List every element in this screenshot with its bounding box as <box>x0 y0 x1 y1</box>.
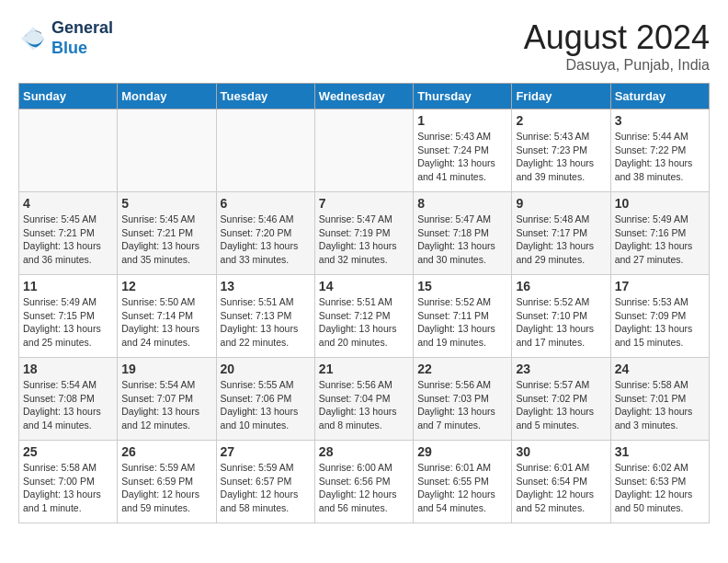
calendar-table: SundayMondayTuesdayWednesdayThursdayFrid… <box>18 83 710 523</box>
calendar-week-3: 11Sunrise: 5:49 AM Sunset: 7:15 PM Dayli… <box>19 275 710 358</box>
calendar-cell: 26Sunrise: 5:59 AM Sunset: 6:59 PM Dayli… <box>118 441 216 523</box>
day-info: Sunrise: 5:55 AM Sunset: 7:06 PM Dayligh… <box>221 378 311 432</box>
day-number: 23 <box>516 362 606 376</box>
day-number: 14 <box>319 279 409 293</box>
day-info: Sunrise: 5:54 AM Sunset: 7:08 PM Dayligh… <box>23 378 113 432</box>
calendar-cell: 22Sunrise: 5:56 AM Sunset: 7:03 PM Dayli… <box>414 358 512 441</box>
day-info: Sunrise: 6:01 AM Sunset: 6:55 PM Dayligh… <box>417 461 507 515</box>
day-number: 31 <box>615 444 705 459</box>
calendar-week-2: 4Sunrise: 5:45 AM Sunset: 7:21 PM Daylig… <box>19 192 710 275</box>
day-number: 29 <box>417 444 507 459</box>
calendar-cell: 2Sunrise: 5:43 AM Sunset: 7:23 PM Daylig… <box>512 109 610 192</box>
day-info: Sunrise: 5:49 AM Sunset: 7:16 PM Dayligh… <box>615 213 705 267</box>
calendar-cell: 13Sunrise: 5:51 AM Sunset: 7:13 PM Dayli… <box>216 275 314 358</box>
calendar-cell: 18Sunrise: 5:54 AM Sunset: 7:08 PM Dayli… <box>19 358 118 441</box>
day-info: Sunrise: 5:43 AM Sunset: 7:23 PM Dayligh… <box>516 130 606 184</box>
calendar-cell: 29Sunrise: 6:01 AM Sunset: 6:55 PM Dayli… <box>414 441 512 523</box>
day-number: 8 <box>417 196 507 211</box>
day-header-friday: Friday <box>512 84 610 109</box>
day-info: Sunrise: 5:56 AM Sunset: 7:04 PM Dayligh… <box>319 378 409 432</box>
day-number: 19 <box>121 362 211 376</box>
day-info: Sunrise: 5:45 AM Sunset: 7:21 PM Dayligh… <box>23 213 113 267</box>
day-info: Sunrise: 6:00 AM Sunset: 6:56 PM Dayligh… <box>319 461 409 515</box>
day-number: 4 <box>23 196 113 211</box>
day-number: 3 <box>615 113 705 128</box>
day-number: 21 <box>319 362 409 376</box>
day-header-saturday: Saturday <box>610 84 709 109</box>
subtitle: Dasuya, Punjab, India <box>524 57 710 74</box>
day-info: Sunrise: 5:52 AM Sunset: 7:10 PM Dayligh… <box>516 295 606 350</box>
day-number: 25 <box>23 444 113 459</box>
day-info: Sunrise: 5:52 AM Sunset: 7:11 PM Dayligh… <box>417 295 507 350</box>
calendar-cell: 12Sunrise: 5:50 AM Sunset: 7:14 PM Dayli… <box>118 275 216 358</box>
calendar-cell: 30Sunrise: 6:01 AM Sunset: 6:54 PM Dayli… <box>512 441 610 523</box>
day-info: Sunrise: 5:47 AM Sunset: 7:18 PM Dayligh… <box>417 213 507 267</box>
day-number: 5 <box>121 196 211 211</box>
calendar-week-5: 25Sunrise: 5:58 AM Sunset: 7:00 PM Dayli… <box>19 441 710 523</box>
calendar-cell: 21Sunrise: 5:56 AM Sunset: 7:04 PM Dayli… <box>314 358 413 441</box>
day-header-wednesday: Wednesday <box>314 84 413 109</box>
header-row: SundayMondayTuesdayWednesdayThursdayFrid… <box>19 84 710 109</box>
day-number: 27 <box>221 444 311 459</box>
calendar-cell: 10Sunrise: 5:49 AM Sunset: 7:16 PM Dayli… <box>610 192 709 275</box>
calendar-cell: 3Sunrise: 5:44 AM Sunset: 7:22 PM Daylig… <box>610 109 709 192</box>
day-info: Sunrise: 5:50 AM Sunset: 7:14 PM Dayligh… <box>121 295 211 350</box>
calendar-cell: 24Sunrise: 5:58 AM Sunset: 7:01 PM Dayli… <box>610 358 709 441</box>
day-number: 18 <box>23 362 113 376</box>
calendar-cell: 15Sunrise: 5:52 AM Sunset: 7:11 PM Dayli… <box>414 275 512 358</box>
day-header-tuesday: Tuesday <box>216 84 314 109</box>
svg-marker-0 <box>21 27 45 51</box>
logo-icon <box>18 24 48 53</box>
calendar-cell: 14Sunrise: 5:51 AM Sunset: 7:12 PM Dayli… <box>314 275 413 358</box>
day-number: 6 <box>221 196 311 211</box>
day-number: 1 <box>417 113 507 128</box>
calendar-cell: 20Sunrise: 5:55 AM Sunset: 7:06 PM Dayli… <box>216 358 314 441</box>
day-info: Sunrise: 5:58 AM Sunset: 7:00 PM Dayligh… <box>23 461 113 515</box>
day-info: Sunrise: 5:44 AM Sunset: 7:22 PM Dayligh… <box>615 130 705 184</box>
page-header: General Blue August 2024 Dasuya, Punjab,… <box>18 18 710 74</box>
calendar-cell: 11Sunrise: 5:49 AM Sunset: 7:15 PM Dayli… <box>19 275 118 358</box>
day-info: Sunrise: 5:47 AM Sunset: 7:19 PM Dayligh… <box>319 213 409 267</box>
calendar-cell: 9Sunrise: 5:48 AM Sunset: 7:17 PM Daylig… <box>512 192 610 275</box>
day-number: 2 <box>516 113 606 128</box>
day-number: 12 <box>121 279 211 293</box>
day-header-thursday: Thursday <box>414 84 512 109</box>
day-info: Sunrise: 6:02 AM Sunset: 6:53 PM Dayligh… <box>615 461 705 515</box>
calendar-cell: 19Sunrise: 5:54 AM Sunset: 7:07 PM Dayli… <box>118 358 216 441</box>
day-info: Sunrise: 5:45 AM Sunset: 7:21 PM Dayligh… <box>121 213 211 267</box>
day-number: 20 <box>221 362 311 376</box>
day-number: 28 <box>319 444 409 459</box>
calendar-cell <box>118 109 216 192</box>
day-info: Sunrise: 5:51 AM Sunset: 7:13 PM Dayligh… <box>221 295 311 350</box>
main-title: August 2024 <box>524 18 710 57</box>
calendar-week-1: 1Sunrise: 5:43 AM Sunset: 7:24 PM Daylig… <box>19 109 710 192</box>
day-info: Sunrise: 5:59 AM Sunset: 6:57 PM Dayligh… <box>221 461 311 515</box>
day-info: Sunrise: 5:51 AM Sunset: 7:12 PM Dayligh… <box>319 295 409 350</box>
calendar-cell: 7Sunrise: 5:47 AM Sunset: 7:19 PM Daylig… <box>314 192 413 275</box>
calendar-cell <box>314 109 413 192</box>
calendar-cell: 27Sunrise: 5:59 AM Sunset: 6:57 PM Dayli… <box>216 441 314 523</box>
day-number: 22 <box>417 362 507 376</box>
day-info: Sunrise: 5:59 AM Sunset: 6:59 PM Dayligh… <box>121 461 211 515</box>
title-block: August 2024 Dasuya, Punjab, India <box>524 18 710 74</box>
calendar-cell: 5Sunrise: 5:45 AM Sunset: 7:21 PM Daylig… <box>118 192 216 275</box>
day-info: Sunrise: 5:53 AM Sunset: 7:09 PM Dayligh… <box>615 295 705 350</box>
day-number: 15 <box>417 279 507 293</box>
calendar-cell <box>216 109 314 192</box>
day-number: 11 <box>23 279 113 293</box>
day-info: Sunrise: 6:01 AM Sunset: 6:54 PM Dayligh… <box>516 461 606 515</box>
day-info: Sunrise: 5:57 AM Sunset: 7:02 PM Dayligh… <box>516 378 606 432</box>
day-header-monday: Monday <box>118 84 216 109</box>
day-info: Sunrise: 5:49 AM Sunset: 7:15 PM Dayligh… <box>23 295 113 350</box>
logo: General Blue <box>18 18 113 58</box>
day-number: 10 <box>615 196 705 211</box>
calendar-cell: 8Sunrise: 5:47 AM Sunset: 7:18 PM Daylig… <box>414 192 512 275</box>
day-info: Sunrise: 5:46 AM Sunset: 7:20 PM Dayligh… <box>221 213 311 267</box>
calendar-cell: 1Sunrise: 5:43 AM Sunset: 7:24 PM Daylig… <box>414 109 512 192</box>
day-info: Sunrise: 5:43 AM Sunset: 7:24 PM Dayligh… <box>417 130 507 184</box>
day-number: 7 <box>319 196 409 211</box>
day-number: 24 <box>615 362 705 376</box>
calendar-cell: 28Sunrise: 6:00 AM Sunset: 6:56 PM Dayli… <box>314 441 413 523</box>
calendar-cell: 6Sunrise: 5:46 AM Sunset: 7:20 PM Daylig… <box>216 192 314 275</box>
calendar-cell: 16Sunrise: 5:52 AM Sunset: 7:10 PM Dayli… <box>512 275 610 358</box>
